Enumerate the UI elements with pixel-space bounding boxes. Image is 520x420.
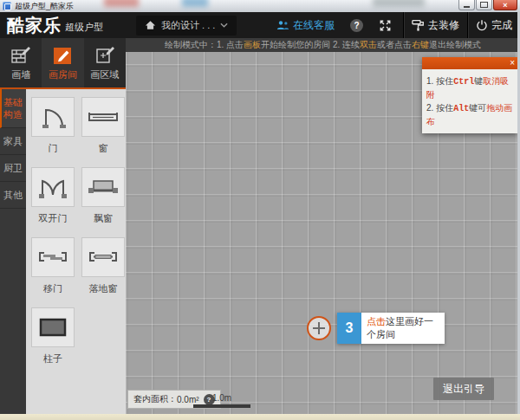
palette-item-label: 落地窗 (89, 282, 118, 295)
draw-mode-hint: 绘制模式中：1. 点击画板开始绘制您的房间 2. 连续双击或者点击右键退出绘制模… (126, 38, 520, 52)
hint-text: 或者点击 (377, 40, 412, 49)
tool-draw-area-label: 画区域 (90, 68, 119, 81)
hint-keyword: 右键 (412, 40, 429, 49)
app-window: 超级户型_酷家乐 × 酷家乐 超级户型 我的设计 . . . (0, 0, 520, 420)
decorate-label: 去装修 (428, 18, 459, 33)
help-button[interactable]: ? (342, 12, 371, 38)
chevron-down-icon (220, 23, 228, 28)
guide-tooltip-text: 点击这里画好一个房间 (361, 313, 445, 344)
palette-item-french-window[interactable]: 落地窗 (81, 237, 125, 295)
palette-item-window[interactable]: 窗 (81, 97, 125, 155)
category-tabs: 基础构造 家具 厨卫 其他 (0, 89, 26, 414)
power-icon (476, 19, 488, 31)
my-designs-label: 我的设计 . . . (161, 19, 215, 32)
notice-header: × (422, 57, 517, 69)
support-people-icon (276, 20, 289, 30)
palette-item-pillar[interactable]: 柱子 (31, 307, 75, 365)
guide-tooltip: 3 点击这里画好一个房间 (337, 313, 445, 344)
palette-item-label: 飘窗 (94, 212, 113, 225)
tab-other[interactable]: 其他 (0, 182, 26, 209)
palette-item-double-door[interactable]: 双开门 (31, 167, 75, 225)
palette-item-door[interactable]: 门 (31, 97, 75, 155)
component-palette: 门 窗 (26, 89, 126, 414)
maximize-button[interactable] (476, 0, 492, 10)
drawing-canvas[interactable]: 绘制模式中：1. 点击画板开始绘制您的房间 2. 连续双击或者点击右键退出绘制模… (126, 38, 520, 414)
draw-wall-icon (10, 45, 31, 66)
online-support-label: 在线客服 (293, 18, 335, 33)
close-icon: × (503, 1, 507, 10)
online-support-button[interactable]: 在线客服 (269, 12, 342, 38)
notice-line-1: 1. 按住Ctrl键取消吸附 (426, 74, 513, 101)
scale-bar (193, 404, 250, 408)
shortcut-notice: × 1. 按住Ctrl键取消吸附 2. 按住Alt键可拖动画布 (422, 57, 517, 133)
app-header: 酷家乐 超级户型 我的设计 . . . 在线客服 ? (0, 12, 520, 38)
palette-item-label: 门 (49, 142, 58, 155)
tab-furniture[interactable]: 家具 (0, 128, 26, 155)
maximize-icon (480, 2, 488, 8)
french-window-icon (86, 243, 120, 271)
palette-item-label: 窗 (99, 142, 108, 155)
window-title: 超级户型_酷家乐 (15, 1, 74, 11)
scale-label: 1.0m (193, 393, 250, 403)
background-blur (104, 0, 139, 7)
draw-tools: 画墙 画房间 画区域 (0, 38, 126, 87)
app-logo-subtitle: 超级户型 (65, 21, 103, 34)
my-designs-menu[interactable]: 我的设计 . . . (136, 16, 237, 36)
finish-label: 完成 (491, 18, 512, 33)
notice-close-icon[interactable]: × (510, 57, 515, 69)
draw-room-icon (52, 45, 73, 66)
hint-text: 开始绘制您的房间 2. 连续 (261, 40, 360, 49)
area-label: 套内面积： (133, 393, 177, 405)
door-icon (36, 103, 70, 131)
draw-start-target[interactable] (307, 316, 331, 340)
double-door-icon (36, 173, 70, 201)
palette-item-label: 柱子 (43, 352, 62, 365)
decorate-button[interactable]: 去装修 (404, 12, 467, 38)
palette-item-label: 移门 (43, 282, 62, 295)
taskbar-edge (0, 414, 520, 420)
paint-roller-icon (412, 19, 425, 31)
app-logo: 酷家乐 (7, 12, 62, 38)
finish-button[interactable]: 完成 (468, 12, 520, 38)
palette-item-sliding-door[interactable]: 移门 (31, 237, 75, 295)
hint-keyword: 双击 (360, 40, 377, 49)
window-icon (86, 103, 120, 131)
tool-draw-room-label: 画房间 (49, 68, 77, 81)
hint-text: 退出绘制模式 (429, 40, 481, 49)
hint-text: 绘制模式中：1. 点击 (165, 40, 244, 49)
exit-guide-button[interactable]: 退出引导 (433, 378, 494, 400)
guide-step-badge: 3 (337, 313, 361, 344)
minimize-icon (464, 6, 470, 8)
draw-area-icon (94, 45, 115, 66)
scale-indicator: 1.0m (193, 393, 250, 408)
background-blur (373, 0, 425, 7)
pillar-icon (36, 313, 70, 341)
palette-item-label: 双开门 (39, 212, 68, 225)
os-titlebar: 超级户型_酷家乐 × (0, 0, 520, 12)
tool-draw-area[interactable]: 画区域 (84, 38, 126, 87)
tool-draw-wall-label: 画墙 (11, 68, 30, 81)
tab-basic-structure[interactable]: 基础构造 (0, 89, 26, 128)
sliding-door-icon (36, 243, 70, 271)
app-icon (3, 2, 11, 10)
notice-line-2: 2. 按住Alt键可拖动画布 (426, 101, 513, 128)
palette-item-bay-window[interactable]: 飘窗 (81, 167, 125, 225)
background-blur (182, 0, 208, 7)
tool-draw-room[interactable]: 画房间 (42, 38, 83, 87)
close-button[interactable]: × (493, 0, 517, 10)
fullscreen-expand-icon (379, 19, 392, 32)
hint-keyword: 画板 (244, 40, 261, 49)
home-icon (145, 20, 156, 30)
bay-window-icon (86, 173, 120, 201)
fullscreen-button[interactable] (371, 12, 403, 38)
tool-draw-wall[interactable]: 画墙 (0, 38, 42, 87)
tab-kitchen-bath[interactable]: 厨卫 (0, 155, 26, 182)
help-icon: ? (350, 19, 363, 32)
minimize-button[interactable] (458, 0, 475, 10)
